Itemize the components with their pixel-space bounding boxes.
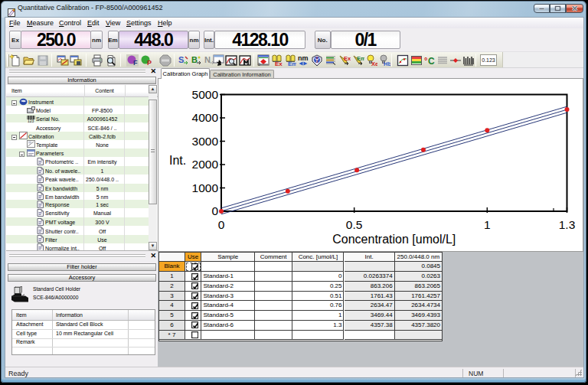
svg-text:P: P xyxy=(147,59,152,67)
svg-text:Xe: Xe xyxy=(371,60,377,67)
svg-text:S: S xyxy=(178,55,184,64)
svg-text:Hb: Hb xyxy=(384,60,390,67)
svg-text:0.5: 0.5 xyxy=(346,218,363,231)
svg-text:N: N xyxy=(204,55,211,64)
svg-text:1: 1 xyxy=(484,218,491,231)
svg-text:Ex: Ex xyxy=(344,55,351,62)
svg-text:0: 0 xyxy=(218,218,225,231)
svg-text:F: F xyxy=(133,59,138,67)
svg-text:C: C xyxy=(428,56,435,67)
svg-text:3000: 3000 xyxy=(192,134,219,147)
svg-text:Em: Em xyxy=(357,55,364,62)
svg-text:1.3: 1.3 xyxy=(559,218,576,231)
svg-text:°: ° xyxy=(424,56,427,65)
svg-text:Em: Em xyxy=(288,60,296,67)
svg-text:5000: 5000 xyxy=(192,87,219,100)
svg-text:nm: nm xyxy=(298,54,309,62)
svg-text:4000: 4000 xyxy=(192,111,219,124)
svg-text:B: B xyxy=(191,55,198,64)
svg-text:0: 0 xyxy=(211,204,218,217)
svg-text:Int.: Int. xyxy=(169,153,186,166)
svg-text:0: 0 xyxy=(258,62,260,67)
svg-text:Ex: Ex xyxy=(275,60,283,67)
svg-text:Concentration [umol/L]: Concentration [umol/L] xyxy=(332,233,456,246)
svg-text:2000: 2000 xyxy=(192,158,219,171)
svg-text:123: 123 xyxy=(28,119,34,122)
svg-text:1000: 1000 xyxy=(192,181,219,194)
